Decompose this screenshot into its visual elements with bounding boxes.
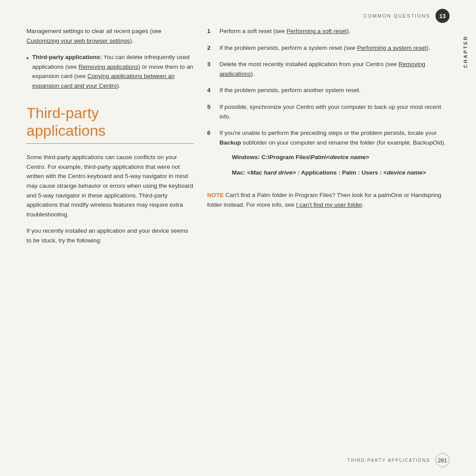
bullet-content: Third-party applications: You can delete… <box>32 52 194 90</box>
windows-path-label: Windows: C:\Program Files\Palm\<device n… <box>232 154 369 160</box>
step-3-content: Delete the most recently installed appli… <box>219 60 450 78</box>
step-3-num: 3 <box>207 60 214 78</box>
bullet-text-3: ). <box>117 82 120 89</box>
step-3: 3 Delete the most recently installed app… <box>207 60 450 78</box>
footer-label: THIRD-PARTY APPLICATIONS <box>347 458 430 463</box>
bullet-dot: • <box>26 53 29 90</box>
mac-hard-drive: Mac hard drive <box>250 169 292 176</box>
step-6: 6 If you're unable to perform the preced… <box>207 128 450 183</box>
step-2-content: If the problem persists, perform a syste… <box>219 43 430 53</box>
body-paragraph-1: Some third-party applications can cause … <box>26 152 194 219</box>
step-6-text-1: If you're unable to perform the precedin… <box>219 130 446 146</box>
step-2: 2 If the problem persists, perform a sys… <box>207 43 450 53</box>
intro-text-1: Management settings to clear all recent … <box>26 28 161 34</box>
note-block: NOTE Can't find a Palm folder in Program… <box>207 190 450 209</box>
backup-bold: Backup <box>219 139 241 146</box>
step-1-content: Perform a soft reset (see Performing a s… <box>219 26 350 36</box>
mac-path-label: Mac: <Mac hard drive> : Applications : P… <box>232 169 426 176</box>
step-4-content: If the problem persists, perform another… <box>219 86 361 95</box>
bullet-label: Third-party applications: <box>32 54 102 60</box>
page: COMMON QUESTIONS 13 CHAPTER Management s… <box>0 0 476 476</box>
customizing-web-browser-link[interactable]: Customizing your web browser settings <box>26 37 130 44</box>
removing-applications-link-2[interactable]: Removing applications <box>219 61 425 77</box>
performing-soft-reset-link[interactable]: Performing a soft reset <box>286 28 347 34</box>
heading-divider <box>26 143 194 144</box>
step-6-num: 6 <box>207 128 214 183</box>
steps-list: 1 Perform a soft reset (see Performing a… <box>207 26 450 183</box>
removing-applications-link-1[interactable]: Removing applications <box>78 63 138 70</box>
step-4: 4 If the problem persists, perform anoth… <box>207 86 450 95</box>
windows-path-block: Windows: C:\Program Files\Palm\<device n… <box>232 152 450 163</box>
section-heading: Third-party applications <box>26 104 194 140</box>
footer: THIRD-PARTY APPLICATIONS 281 <box>0 453 476 467</box>
step-6-content: If you're unable to perform the precedin… <box>219 128 450 183</box>
mac-path-block: Mac: <Mac hard drive> : Applications : P… <box>232 168 450 178</box>
header: COMMON QUESTIONS 13 <box>364 9 450 23</box>
note-end: . <box>362 201 364 208</box>
step-1: 1 Perform a soft reset (see Performing a… <box>207 26 450 36</box>
user-folder-link[interactable]: I can't find my user folder <box>296 201 362 208</box>
step-4-num: 4 <box>207 86 214 95</box>
intro-paragraph: Management settings to clear all recent … <box>26 26 194 45</box>
step-5-num: 5 <box>207 102 214 121</box>
footer-page-number: 281 <box>435 453 450 467</box>
note-label: NOTE <box>207 192 224 198</box>
right-column: 1 Perform a soft reset (see Performing a… <box>207 26 450 450</box>
step-2-num: 2 <box>207 43 214 53</box>
heading-line-1: Third-party <box>26 104 99 121</box>
step-5-content: If possible, synchronize your Centro wit… <box>219 102 450 121</box>
step-1-num: 1 <box>207 26 214 36</box>
chapter-label: CHAPTER <box>463 35 468 68</box>
header-section-label: COMMON QUESTIONS <box>364 13 430 19</box>
step-5: 5 If possible, synchronize your Centro w… <box>207 102 450 121</box>
left-column: Management settings to clear all recent … <box>26 26 194 450</box>
heading-line-2: applications <box>26 122 106 139</box>
intro-text-2: ). <box>130 37 134 44</box>
windows-device-name: device name <box>330 154 366 160</box>
content-area: Management settings to clear all recent … <box>26 26 450 450</box>
bullet-item-third-party: • Third-party applications: You can dele… <box>26 52 194 90</box>
mac-device-name: device name <box>387 169 423 176</box>
performing-system-reset-link[interactable]: Performing a system reset <box>357 45 427 51</box>
body-paragraph-2: If you recently installed an application… <box>26 226 194 245</box>
header-page-number: 13 <box>435 9 450 23</box>
